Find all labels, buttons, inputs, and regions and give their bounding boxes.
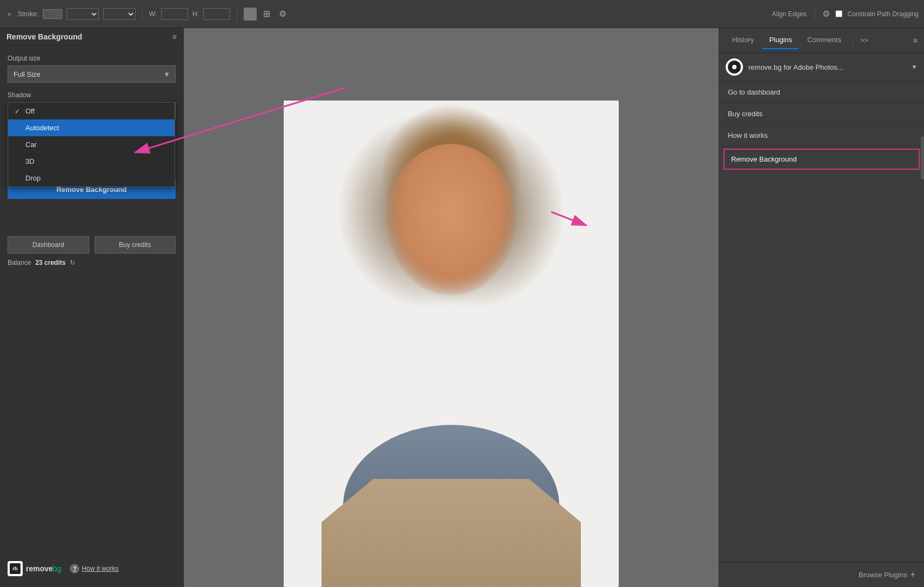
how-it-works-label: How it works bbox=[82, 565, 118, 572]
shadow-option-3d[interactable]: 3D bbox=[8, 153, 175, 170]
off-check: ✓ bbox=[15, 108, 22, 115]
tab-separator: | bbox=[852, 36, 854, 44]
face-area bbox=[386, 144, 516, 295]
left-panel: Remove Background ≡ Output size Full Siz… bbox=[0, 28, 184, 587]
panel-content: Output size Full Size Regular Preview ▼ … bbox=[0, 46, 183, 128]
tools-icon-btn[interactable]: ⚙ bbox=[277, 8, 289, 20]
logo-text: removebg bbox=[26, 564, 61, 573]
autodetect-label: Autodetect bbox=[25, 124, 59, 132]
logo-inner: rb bbox=[10, 563, 21, 574]
collapse-button[interactable]: « bbox=[5, 9, 14, 19]
plugin-logo-inner bbox=[728, 61, 741, 74]
tab-comments-label: Comments bbox=[807, 36, 841, 44]
off-label: Off bbox=[25, 107, 35, 115]
shadow-dropdown-list: ✓ Off Autodetect Car 3D Drop bbox=[8, 102, 175, 187]
portrait-background bbox=[284, 101, 619, 587]
plugin-panel-title: Remove Background bbox=[6, 32, 82, 41]
tab-history-label: History bbox=[732, 36, 754, 44]
tab-expand-btn[interactable]: >> bbox=[860, 37, 868, 44]
tab-plugins[interactable]: Plugins bbox=[762, 31, 799, 49]
stroke-style-select[interactable] bbox=[66, 8, 99, 20]
shadow-option-drop[interactable]: Drop bbox=[8, 170, 175, 186]
dashboard-menu-label: Go to dashboard bbox=[728, 88, 780, 96]
canvas-photo bbox=[284, 101, 619, 587]
balance-label: Balance bbox=[8, 259, 31, 266]
removebg-logo: rb removebg bbox=[8, 561, 61, 576]
car-label: Car bbox=[25, 141, 37, 149]
shadow-option-autodetect[interactable]: Autodetect bbox=[8, 119, 175, 136]
plugin-header-icons: ≡ bbox=[172, 32, 177, 41]
fill-color-box[interactable] bbox=[244, 8, 257, 21]
right-menu-buy-credits[interactable]: Buy credits bbox=[719, 103, 924, 125]
shadow-label: Shadow bbox=[8, 91, 176, 99]
3d-label: 3D bbox=[25, 157, 35, 165]
expand-label: >> bbox=[860, 37, 868, 44]
credits-value: 23 credits bbox=[35, 259, 65, 266]
output-size-select[interactable]: Full Size Regular Preview bbox=[8, 65, 176, 83]
tab-comments[interactable]: Comments bbox=[801, 31, 848, 49]
tab-plugins-label: Plugins bbox=[769, 36, 792, 44]
height-input[interactable] bbox=[203, 8, 230, 20]
how-it-works-link[interactable]: ? How it works bbox=[70, 564, 118, 573]
plugin-panel-header: Remove Background ≡ bbox=[0, 28, 183, 46]
stroke-label: Stroke: bbox=[18, 10, 38, 18]
canvas-area bbox=[184, 28, 719, 587]
toolbar-sep-1 bbox=[142, 8, 143, 21]
toolbar: « Stroke: W: H: ⊞ ⚙ Align Edges ⚙ Constr… bbox=[0, 0, 924, 28]
right-panel: History Plugins Comments | >> ≡ remove.b… bbox=[719, 28, 924, 587]
constrain-checkbox[interactable] bbox=[835, 10, 842, 17]
plugin-row: remove.bg for Adobe Photos... ▼ bbox=[719, 53, 924, 82]
browse-plus-icon[interactable]: + bbox=[910, 570, 915, 579]
drop-label: Drop bbox=[25, 174, 41, 182]
browse-plugins-row: Browse Plugins + bbox=[719, 562, 924, 587]
remove-bg-menu-label: Remove Background bbox=[731, 155, 796, 163]
how-it-works-menu-label: How it works bbox=[728, 131, 768, 139]
buy-credits-button[interactable]: Buy credits bbox=[95, 236, 176, 254]
logo-remove-text: remove bbox=[26, 564, 53, 573]
tab-history[interactable]: History bbox=[726, 31, 760, 49]
stroke-width-select[interactable] bbox=[103, 8, 136, 20]
settings-icon[interactable]: ⚙ bbox=[822, 9, 830, 19]
balance-row: Balance 23 credits ↻ bbox=[0, 254, 183, 272]
right-menu-dashboard[interactable]: Go to dashboard bbox=[719, 82, 924, 103]
plugin-footer: rb removebg ? How it works bbox=[8, 561, 118, 576]
shadow-option-car[interactable]: Car bbox=[8, 136, 175, 153]
shadow-dropdown: ✓ Off ▲ ✓ Off Autodetect Car bbox=[8, 102, 176, 119]
plugin-expand-arrow[interactable]: ▼ bbox=[911, 63, 918, 71]
align-icon-btn[interactable]: ⊞ bbox=[261, 8, 272, 20]
logo-shape: rb bbox=[13, 566, 18, 571]
width-input[interactable] bbox=[161, 8, 188, 20]
plugin-logo bbox=[726, 58, 743, 76]
bottom-buttons-row: Dashboard Buy credits bbox=[0, 236, 183, 254]
align-edges-label: Align Edges bbox=[772, 10, 807, 18]
h-label: H: bbox=[192, 10, 199, 18]
dashboard-button[interactable]: Dashboard bbox=[8, 236, 89, 254]
output-size-label: Output size bbox=[8, 55, 176, 62]
tab-menu-icon[interactable]: ≡ bbox=[913, 36, 918, 45]
buy-credits-menu-label: Buy credits bbox=[728, 110, 762, 118]
jacket-area bbox=[322, 479, 581, 587]
constrain-label: Constrain Path Dragging bbox=[848, 10, 919, 18]
plugin-name-text: remove.bg for Adobe Photos... bbox=[748, 63, 843, 71]
shadow-option-off[interactable]: ✓ Off bbox=[8, 103, 175, 119]
w-label: W: bbox=[149, 10, 157, 18]
right-menu-remove-background[interactable]: Remove Background bbox=[724, 149, 920, 170]
hamburger-icon[interactable]: ≡ bbox=[172, 32, 177, 41]
toolbar-sep-2 bbox=[237, 8, 237, 21]
logo-icon: rb bbox=[8, 561, 23, 576]
right-menu-how-it-works[interactable]: How it works bbox=[719, 125, 924, 146]
logo-bg-text: bg bbox=[53, 564, 62, 573]
toolbar-left: « Stroke: W: H: ⊞ ⚙ bbox=[5, 8, 289, 21]
browse-plugins-text[interactable]: Browse Plugins bbox=[859, 571, 907, 579]
right-panel-tabs: History Plugins Comments | >> ≡ bbox=[719, 28, 924, 53]
stroke-color-box[interactable] bbox=[43, 9, 62, 19]
info-icon: ? bbox=[70, 564, 79, 573]
plugin-name-row: remove.bg for Adobe Photos... bbox=[726, 58, 843, 76]
right-scrollbar[interactable] bbox=[921, 136, 924, 179]
toolbar-sep-3 bbox=[814, 8, 815, 21]
refresh-icon[interactable]: ↻ bbox=[70, 259, 75, 266]
output-size-wrapper: Full Size Regular Preview ▼ bbox=[8, 65, 176, 83]
plugin-logo-dot bbox=[732, 65, 736, 69]
